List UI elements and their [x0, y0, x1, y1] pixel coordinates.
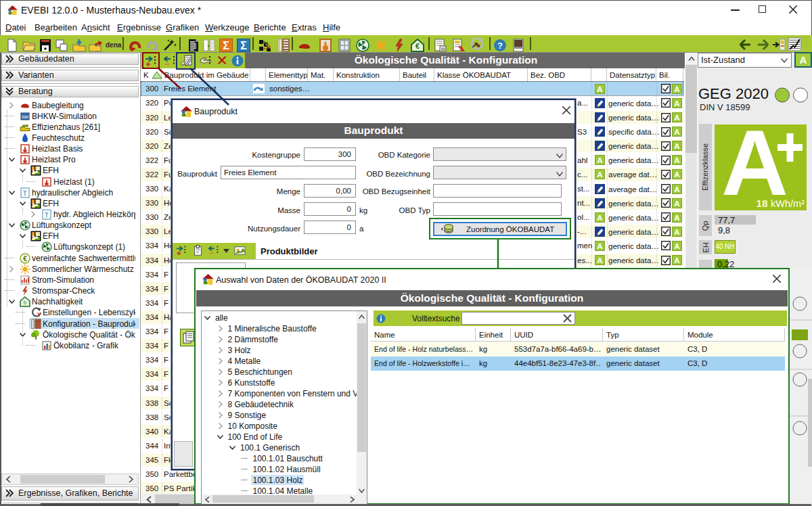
svg-text:Σ: Σ [223, 40, 229, 51]
svg-text:€: € [415, 42, 420, 50]
svg-text:↻: ↻ [23, 300, 27, 305]
svg-text:€: € [23, 255, 27, 262]
svg-text:?: ? [497, 41, 503, 51]
svg-text:Σ: Σ [240, 40, 247, 51]
svg-text:W: W [441, 47, 445, 51]
svg-text:SIM: SIM [22, 115, 29, 119]
